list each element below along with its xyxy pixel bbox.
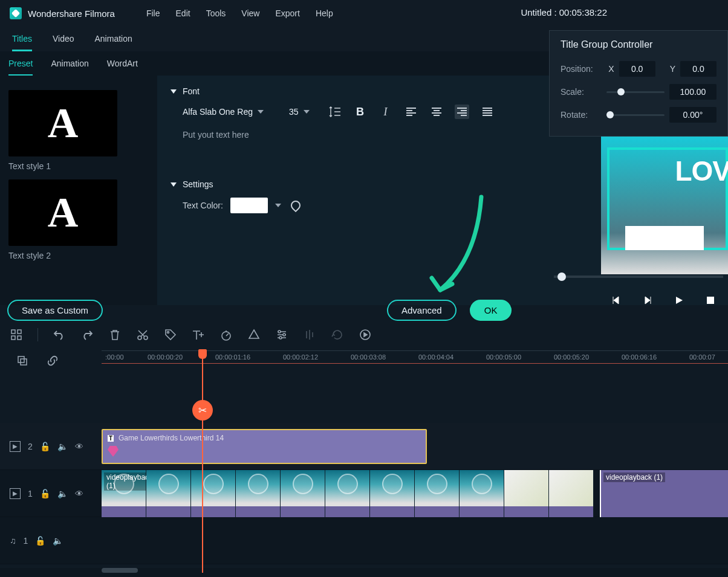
lock-icon[interactable]: 🔓 [40,489,50,498]
mute-icon[interactable]: 🔈 [57,442,68,451]
align-right-button[interactable] [455,105,469,119]
refresh-icon[interactable] [331,328,344,341]
menu-items: File Edit Tools View Export Help [146,8,333,18]
step-forward-button[interactable] [642,295,653,306]
timeline-playhead[interactable] [202,349,203,573]
overlay-lane[interactable]: T Game Lowerthirds Lowerthird 14 [102,423,728,469]
copy-icon[interactable] [16,354,29,367]
scale-input[interactable]: 100.00 [669,84,717,100]
position-x-input[interactable]: 0.0 [619,61,655,77]
cut-button[interactable] [136,328,149,341]
position-y-input[interactable]: 0.0 [680,61,717,77]
tab-animation[interactable]: Animation [95,34,132,51]
stop-button[interactable] [705,295,716,306]
audio-icon[interactable]: ♫ [10,536,16,546]
video-clip-1[interactable]: videoplayback (1) [102,470,594,517]
save-as-custom-button[interactable]: Save as Custom [7,300,103,321]
visibility-icon[interactable]: 👁 [75,489,83,498]
mute-icon[interactable]: 🔈 [57,489,68,498]
video-lane[interactable]: videoplayback (1) videoplayback (1) [102,470,728,517]
add-text-button[interactable] [192,328,205,341]
align-center-button[interactable] [429,105,444,119]
font-size-dropdown[interactable]: 35 [289,107,310,117]
svg-rect-2 [18,330,21,334]
tab-video[interactable]: Video [53,34,74,51]
menu-view[interactable]: View [241,8,259,18]
timeline-toolbar [0,321,728,348]
h-scrollbar[interactable] [102,568,138,573]
align-justify-button[interactable] [480,105,495,119]
tab-titles[interactable]: Titles [12,34,32,51]
advanced-button[interactable]: Advanced [387,300,457,321]
svg-point-10 [283,334,285,336]
text-color-swatch[interactable] [230,198,268,213]
undo-button[interactable] [53,328,66,341]
menubar: Wondershare Filmora File Edit Tools View… [0,0,728,27]
clip-name: videoplayback (1) [603,472,665,482]
subtab-animation[interactable]: Animation [51,59,88,76]
title-clip[interactable]: T Game Lowerthirds Lowerthird 14 [102,429,427,464]
logo-icon [10,7,22,19]
ok-button[interactable]: OK [470,300,512,321]
redo-button[interactable] [80,328,94,341]
italic-button[interactable]: I [379,105,393,119]
subtab-wordart[interactable]: WordArt [107,59,138,76]
svg-rect-3 [11,336,15,340]
layout-icon[interactable] [10,328,23,341]
preset-panel: A Text style 1 A Text style 2 [0,76,157,305]
video-clip-2[interactable]: videoplayback (1) [600,470,728,517]
track-play-icon[interactable]: ▶ [10,441,21,452]
link-icon[interactable] [46,354,59,367]
play-button[interactable] [674,295,684,306]
preset-thumb-2[interactable]: A [8,179,117,246]
menu-tools[interactable]: Tools [206,8,226,18]
speed-button[interactable] [219,328,233,341]
step-back-button[interactable] [611,295,622,306]
scale-label: Scale: [561,87,584,97]
preview-title-text: LOV [675,155,728,187]
scale-slider[interactable] [606,91,665,93]
audio-lane[interactable] [102,517,728,564]
adjust-button[interactable] [275,328,288,341]
render-icon[interactable] [359,328,372,341]
lock-icon[interactable]: 🔓 [40,442,50,451]
tag-button[interactable] [164,328,177,341]
track-row-overlay: ▶ 2 🔓 🔈 👁 T Game Lowerthirds Lowerthird … [0,423,728,470]
crop-button[interactable] [247,328,261,341]
ruler-scale[interactable]: :00:00 00:00:00:20 00:00:01:16 00:00:02:… [102,350,728,375]
line-height-icon[interactable] [328,105,342,119]
preset-thumb-1[interactable]: A [8,90,117,156]
menu-edit[interactable]: Edit [176,8,190,18]
preview-monitor[interactable]: LOV [601,137,728,274]
lock-icon[interactable]: 🔓 [35,536,45,546]
svg-rect-14 [21,359,27,365]
chevron-down-icon[interactable] [275,204,281,207]
visibility-icon[interactable]: 👁 [75,442,83,451]
timeline-ruler[interactable]: :00:00 00:00:00:20 00:00:01:16 00:00:02:… [0,350,728,375]
tick: 00:00:04:04 [418,353,453,361]
align-left-button[interactable] [404,105,418,119]
menu-help[interactable]: Help [316,8,333,18]
eyedropper-icon[interactable] [288,198,303,213]
x-label: X [608,64,614,74]
preset-label-2: Text style 2 [8,251,149,260]
playhead-cut-icon[interactable] [192,400,213,421]
subtab-preset[interactable]: Preset [8,59,33,76]
delete-button[interactable] [108,328,122,341]
tick: :00:00 [105,353,124,361]
rotate-input[interactable]: 0.00° [669,107,717,123]
timeline-tracks: ▶ 2 🔓 🔈 👁 T Game Lowerthirds Lowerthird … [0,375,728,577]
menu-file[interactable]: File [146,8,160,18]
font-section-label: Font [183,86,200,96]
track-play-icon[interactable]: ▶ [10,488,21,499]
track-head-a1: ♫ 1 🔓 🔈 [0,536,102,546]
preview-seekbar[interactable] [549,276,728,278]
rotate-slider[interactable] [606,114,665,116]
audio-mixer-button[interactable] [303,328,316,341]
menu-export[interactable]: Export [275,8,299,18]
bold-button[interactable]: B [353,105,368,119]
font-family-dropdown[interactable]: Alfa Slab One Reg [183,107,264,117]
playhead-handle-icon[interactable] [198,349,207,359]
mute-icon[interactable]: 🔈 [53,536,63,546]
font-family-value: Alfa Slab One Reg [183,107,253,117]
